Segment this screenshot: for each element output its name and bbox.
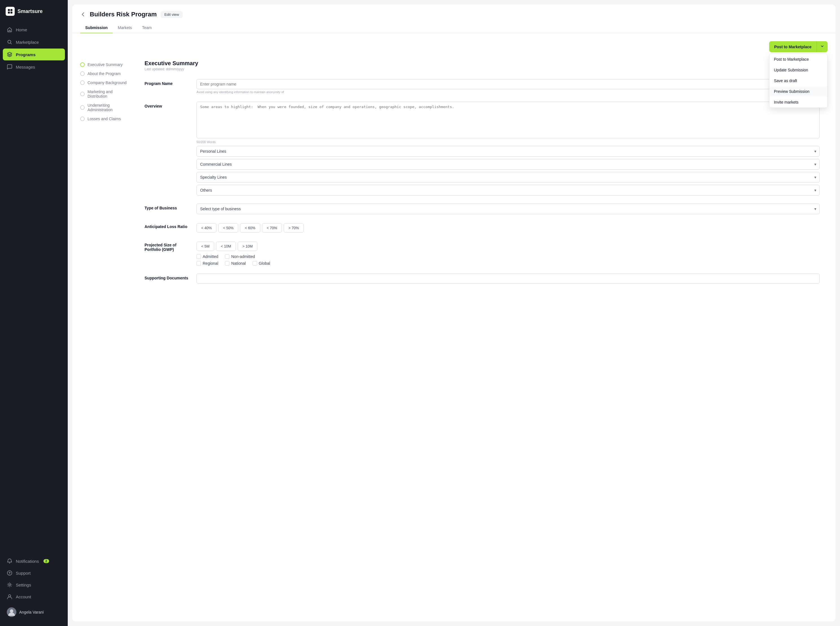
loss-ratio-input-area: < 40% < 50% < 60% < 70% > 70%	[196, 222, 820, 233]
section-nav-marketing-distribution[interactable]: Marketing and Distribution	[80, 87, 131, 101]
checkbox-global-box	[253, 261, 257, 266]
radio-losses-claims	[80, 117, 84, 121]
section-nav-label-company-background: Company Background	[88, 80, 127, 85]
dropdown-item-save-draft[interactable]: Save as draft	[770, 75, 827, 86]
tabs: Submission Markets Team	[72, 23, 835, 33]
overview-group: Overview 50/200 Words Personal Lines ▾	[144, 102, 820, 196]
page-title: Builders Risk Program	[90, 11, 156, 18]
portfolio-group: Projected Size of Portfolio (GWP) < 5M <…	[144, 241, 820, 266]
checkbox-national[interactable]: National	[225, 261, 246, 266]
section-nav-underwriting-admin[interactable]: Underwriting Administration	[80, 101, 131, 114]
tab-submission[interactable]: Submission	[80, 23, 113, 33]
checkbox-regional[interactable]: Regional	[196, 261, 218, 266]
specialty-lines-wrapper: Specialty Lines ▾	[196, 172, 820, 183]
section-nav-losses-claims[interactable]: Losses and Claims	[80, 114, 131, 123]
loss-ratio-lt40[interactable]: < 40%	[196, 223, 216, 233]
svg-point-5	[7, 571, 12, 575]
user-row: Angela Varani	[3, 604, 65, 620]
radio-company-background	[80, 80, 84, 85]
sidebar-item-settings[interactable]: Settings	[3, 579, 65, 590]
dropdown-item-update-submission[interactable]: Update Submission	[770, 65, 827, 75]
loss-ratio-group: Anticipated Loss Ratio < 40% < 50% < 60%…	[144, 222, 820, 233]
section-nav-label-underwriting-admin: Underwriting Administration	[88, 103, 131, 112]
overview-textarea[interactable]	[196, 102, 820, 138]
user-icon	[7, 594, 13, 599]
main-panel: Builders Risk Program Edit view Submissi…	[72, 5, 835, 621]
commercial-lines-select[interactable]: Commercial Lines	[196, 159, 820, 170]
checkbox-regional-label: Regional	[203, 261, 218, 266]
sidebar-item-home[interactable]: Home	[3, 24, 65, 36]
post-dropdown-arrow-button[interactable]	[817, 41, 827, 52]
tab-markets[interactable]: Markets	[113, 23, 137, 33]
portfolio-lt10m[interactable]: < 10M	[216, 242, 236, 251]
form-area: Executive Summary Last updated: dd/mm/yy…	[137, 60, 827, 284]
main-content: Builders Risk Program Edit view Submissi…	[68, 0, 840, 626]
type-of-business-label: Type of Business	[144, 203, 190, 210]
supporting-docs-input-area	[196, 274, 820, 284]
checkbox-national-label: National	[231, 261, 246, 266]
settings-label: Settings	[16, 582, 31, 587]
portfolio-input-area: < 5M < 10M > 10M Admitted	[196, 241, 820, 266]
layers-icon	[7, 52, 13, 57]
section-nav-about-program[interactable]: About the Program	[80, 69, 131, 78]
svg-rect-3	[11, 12, 13, 14]
sidebar-item-marketplace[interactable]: Marketplace	[3, 36, 65, 48]
avatar	[7, 607, 16, 617]
main-nav: Home Marketplace Programs	[0, 24, 68, 552]
checkbox-non-admitted-label: Non-admitted	[231, 254, 255, 259]
radio-about-program	[80, 71, 84, 76]
sidebar-item-support[interactable]: Support	[3, 567, 65, 579]
sidebar-item-programs[interactable]: Programs	[3, 49, 65, 60]
loss-ratio-label: Anticipated Loss Ratio	[144, 222, 190, 229]
loss-ratio-gt70[interactable]: > 70%	[284, 223, 304, 233]
checkbox-non-admitted[interactable]: Non-admitted	[225, 254, 255, 259]
portfolio-btn-group: < 5M < 10M > 10M	[196, 242, 820, 251]
others-select[interactable]: Others	[196, 185, 820, 196]
loss-ratio-lt70[interactable]: < 70%	[262, 223, 282, 233]
home-icon	[7, 27, 13, 33]
user-name: Angela Varani	[19, 610, 44, 614]
section-nav-executive-summary[interactable]: Executive Summary	[80, 60, 131, 69]
section-nav-company-background[interactable]: Company Background	[80, 78, 131, 87]
program-name-group: Program Name Avoid using any identifying…	[144, 79, 820, 94]
program-name-hint: Avoid using any identifying information …	[196, 90, 820, 94]
checkbox-admitted-label: Admitted	[203, 254, 218, 259]
logo-area: Smartsure	[0, 0, 68, 24]
portfolio-gt10m[interactable]: > 10M	[238, 242, 258, 251]
action-area: Post to Marketplace Post to Marketplace …	[769, 41, 827, 52]
program-name-input[interactable]	[196, 79, 820, 89]
radio-underwriting-admin	[80, 105, 84, 110]
checkbox-global[interactable]: Global	[253, 261, 270, 266]
post-to-marketplace-button[interactable]: Post to Marketplace	[769, 41, 817, 52]
loss-ratio-lt50[interactable]: < 50%	[218, 223, 238, 233]
specialty-lines-select[interactable]: Specialty Lines	[196, 172, 820, 183]
dropdown-item-invite-markets[interactable]: Invite markets	[770, 97, 827, 108]
section-nav-label-losses-claims: Losses and Claims	[88, 117, 121, 121]
checkbox-admitted[interactable]: Admitted	[196, 254, 218, 259]
dropdown-item-post-marketplace[interactable]: Post to Marketplace	[770, 54, 827, 65]
support-label: Support	[16, 571, 31, 576]
checkbox-regional-box	[196, 261, 201, 266]
type-of-business-select[interactable]: Select type of business	[196, 203, 820, 214]
portfolio-lt5m[interactable]: < 5M	[196, 242, 214, 251]
sidebar-item-label-programs: Programs	[16, 52, 36, 57]
word-count: 50/200 Words	[196, 140, 820, 144]
overview-input-area: 50/200 Words Personal Lines ▾	[196, 102, 820, 196]
portfolio-label: Projected Size of Portfolio (GWP)	[144, 241, 190, 252]
sidebar-item-messages[interactable]: Messages	[3, 61, 65, 73]
action-dropdown-menu: Post to Marketplace Update Submission Sa…	[769, 54, 827, 108]
edit-view-button[interactable]: Edit view	[161, 11, 183, 18]
sidebar-item-account[interactable]: Account	[3, 591, 65, 602]
type-of-business-wrapper: Select type of business ▾	[196, 203, 820, 214]
section-nav-label-marketing-distribution: Marketing and Distribution	[88, 89, 131, 99]
overview-label: Overview	[144, 102, 190, 108]
checkbox-non-admitted-box	[225, 254, 230, 259]
supporting-docs-input[interactable]	[196, 274, 820, 284]
dropdown-item-preview-submission[interactable]: Preview Submission	[770, 86, 827, 97]
sidebar-item-notifications[interactable]: Notifications 2	[3, 556, 65, 567]
personal-lines-select[interactable]: Personal Lines	[196, 146, 820, 156]
loss-ratio-lt60[interactable]: < 60%	[240, 223, 260, 233]
checkboxes-row1: Admitted Non-admitted	[196, 254, 820, 259]
tab-team[interactable]: Team	[137, 23, 156, 33]
back-button[interactable]	[80, 12, 86, 17]
